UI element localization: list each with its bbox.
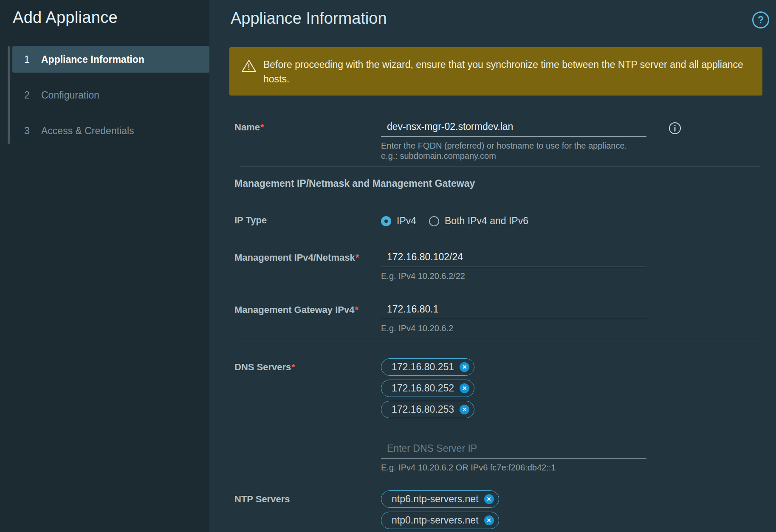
appliance-information-panel: Appliance Information ? Before proceedin… [209,0,776,532]
wizard-step[interactable]: 3 Access & Credentials [12,118,209,144]
ntp-server-value: ntp0.ntp-servers.net [392,515,479,526]
info-icon[interactable] [669,122,681,135]
warning-message: Before proceeding with the wizard, ensur… [263,57,751,86]
ip-type-label: IP Type [234,211,381,226]
help-icon[interactable]: ? [752,11,769,28]
section-divider [240,166,760,167]
panel-header: Appliance Information [209,0,776,28]
warning-banner: Before proceeding with the wizard, ensur… [229,47,762,96]
radio-both-label: Both IPv4 and IPv6 [445,215,528,227]
name-input[interactable]: dev-nsx-mgr-02.stormdev.lan [381,118,646,137]
wizard-step-list: 1 Appliance Information 2 Configuration … [0,46,209,144]
wizard-step[interactable]: 1 Appliance Information [12,46,209,73]
management-gateway-input[interactable]: 172.16.80.1 [381,301,646,319]
ntp-server-value: ntp6.ntp-servers.net [392,493,479,505]
ip-type-row: IP Type IPv4 Both IPv4 and IPv6 [234,211,776,227]
dns-tag-list: 172.16.80.251 ✕ 172.16.80.252 ✕ 172.16.8… [381,358,646,418]
step-label: Appliance Information [41,54,144,65]
management-ip-input[interactable]: 172.16.80.102/24 [381,249,646,267]
remove-tag-icon[interactable]: ✕ [460,405,469,414]
dns-server-tag: 172.16.80.252 ✕ [381,380,474,397]
step-label: Access & Credentials [41,125,134,137]
dns-server-value: 172.16.80.252 [392,383,454,394]
ip-type-options: IPv4 Both IPv4 and IPv6 [381,211,528,227]
radio-selected-icon[interactable] [381,216,391,226]
step-label: Configuration [41,90,99,101]
required-asterisk: * [355,304,358,315]
ntp-servers-row: NTP Servers ntp6.ntp-servers.net ✕ ntp0.… [234,490,776,529]
section-divider [240,339,760,339]
dns-servers-label: DNS Servers* [234,358,381,373]
name-label: Name* [234,118,381,133]
wizard-title: Add Appliance [13,8,209,27]
wizard-sidebar: Add Appliance 1 Appliance Information 2 … [0,0,209,532]
dns-server-value: 172.16.80.253 [392,404,454,415]
radio-ipv4[interactable]: IPv4 [381,215,416,227]
dns-helper: E.g. IPv4 10.20.6.2 OR IPv6 fc7e:f206:db… [381,462,646,473]
name-row: Name* dev-nsx-mgr-02.stormdev.lan Enter … [234,118,776,161]
required-asterisk: * [356,252,359,263]
remove-tag-icon[interactable]: ✕ [484,515,494,525]
dns-server-tag: 172.16.80.251 ✕ [381,358,474,376]
required-asterisk: * [260,122,264,132]
dns-servers-row: DNS Servers* 172.16.80.251 ✕ 172.16.80.2… [234,358,776,473]
page-title: Appliance Information [231,9,746,28]
wizard-step[interactable]: 2 Configuration [12,82,209,108]
add-appliance-wizard: Add Appliance 1 Appliance Information 2 … [0,0,776,532]
step-number: 1 [24,54,41,65]
step-number: 3 [24,125,41,137]
management-ip-helper: E.g. IPv4 10.20.6.2/22 [381,271,646,281]
radio-unselected-icon[interactable] [429,216,439,226]
ntp-server-tag: ntp0.ntp-servers.net ✕ [381,512,499,529]
management-ip-row: Management IPv4/Netmask* 172.16.80.102/2… [234,249,776,281]
management-ip-label: Management IPv4/Netmask* [234,249,381,263]
remove-tag-icon[interactable]: ✕ [484,494,494,504]
radio-ipv4-label: IPv4 [397,215,416,227]
dns-server-tag: 172.16.80.253 ✕ [381,401,474,418]
ntp-server-tag: ntp6.ntp-servers.net ✕ [381,490,499,508]
radio-both-ipv4-ipv6[interactable]: Both IPv4 and IPv6 [429,215,528,227]
management-gateway-label: Management Gateway IPv4* [234,301,381,315]
remove-tag-icon[interactable]: ✕ [460,383,469,393]
ntp-tag-list: ntp6.ntp-servers.net ✕ ntp0.ntp-servers.… [381,490,499,529]
required-asterisk: * [291,362,295,372]
ntp-servers-label: NTP Servers [234,490,381,505]
warning-icon [241,59,257,73]
step-number: 2 [24,90,41,101]
name-helper: Enter the FQDN (preferred) or hostname t… [381,141,646,161]
remove-tag-icon[interactable]: ✕ [460,362,469,372]
dns-server-input[interactable]: Enter DNS Server IP [381,440,646,459]
management-section-header: Management IP/Netmask and Management Gat… [234,178,776,189]
dns-server-value: 172.16.80.251 [392,361,454,373]
management-gateway-helper: E.g. IPv4 10.20.6.2 [381,323,646,333]
management-gateway-row: Management Gateway IPv4* 172.16.80.1 E.g… [234,301,776,333]
appliance-form: Name* dev-nsx-mgr-02.stormdev.lan Enter … [209,118,776,529]
